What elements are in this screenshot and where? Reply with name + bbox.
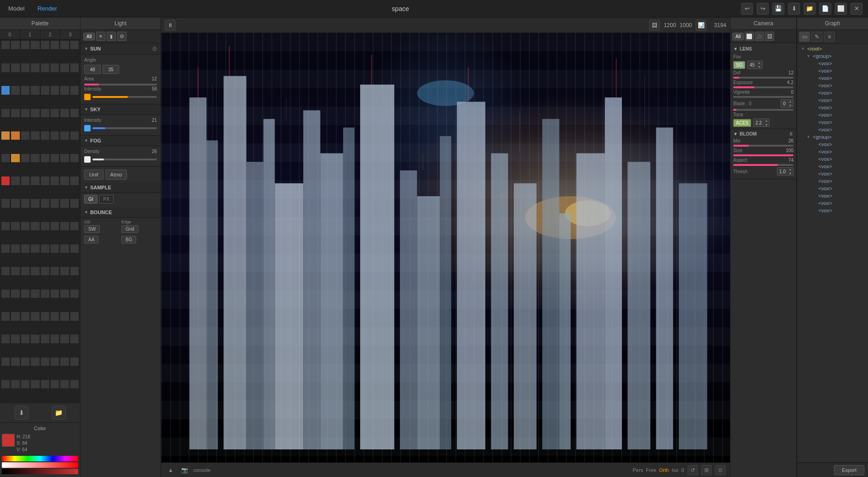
palette-cell-103[interactable]: [70, 312, 79, 321]
palette-cell-5[interactable]: [50, 40, 59, 50]
palette-cell-91[interactable]: [30, 289, 40, 298]
settings-filter-icon[interactable]: ⚙: [117, 32, 126, 41]
palette-cell-67[interactable]: [30, 221, 40, 231]
palette-cell-86[interactable]: [60, 267, 69, 276]
palette-cell-27[interactable]: [30, 108, 40, 118]
palette-cell-8[interactable]: [1, 63, 10, 72]
bottom-arrow-button[interactable]: ▲: [166, 465, 176, 475]
palette-cell-117[interactable]: [50, 357, 59, 366]
tree-vox-2-1[interactable]: <vox>: [808, 141, 868, 148]
palette-cell-84[interactable]: [40, 267, 50, 276]
bounce-sw-button[interactable]: SW: [84, 225, 100, 233]
tree-group2[interactable]: ▼ <group>: [803, 133, 868, 141]
palette-cell-120[interactable]: [1, 380, 10, 389]
redo-button[interactable]: ↪: [757, 3, 769, 15]
tree-vox-2-3[interactable]: <vox>: [808, 155, 868, 163]
fog-section-header[interactable]: ▼ FOG: [80, 136, 161, 146]
palette-cell-32[interactable]: [1, 131, 10, 140]
palette-cell-56[interactable]: [1, 199, 10, 208]
angle-input-1[interactable]: 48: [84, 65, 101, 74]
palette-cell-12[interactable]: [40, 63, 50, 72]
palette-cell-81[interactable]: [11, 267, 20, 276]
hue-bar[interactable]: [2, 456, 78, 461]
tree-vox-1-6[interactable]: <vox>: [808, 97, 868, 104]
size-slider[interactable]: [733, 154, 793, 156]
palette-cell-34[interactable]: [21, 131, 30, 140]
palette-cell-0[interactable]: [1, 40, 10, 50]
sun-filter-icon[interactable]: ☀: [96, 32, 105, 41]
reset-view-button[interactable]: ↺: [688, 465, 698, 475]
aspect-slider[interactable]: [733, 164, 793, 166]
palette-cell-7[interactable]: [70, 40, 79, 50]
palette-download-button[interactable]: ⬇: [15, 406, 29, 420]
palette-cell-79[interactable]: [70, 244, 79, 253]
palette-cell-43[interactable]: [30, 153, 40, 163]
exposure-slider[interactable]: [733, 86, 793, 88]
download-button[interactable]: ⬇: [788, 3, 800, 15]
palette-cell-90[interactable]: [21, 289, 30, 298]
palette-cell-100[interactable]: [40, 312, 50, 321]
palette-cell-82[interactable]: [21, 267, 30, 276]
palette-cell-122[interactable]: [21, 380, 30, 389]
close-button[interactable]: ✕: [851, 3, 862, 15]
color-swatch[interactable]: [2, 434, 15, 447]
graph-rect-button[interactable]: ▭: [799, 32, 810, 42]
palette-cell-72[interactable]: [1, 244, 10, 253]
palette-tab-1[interactable]: 1: [20, 30, 40, 39]
palette-cell-96[interactable]: [1, 312, 10, 321]
tree-vox-1-5[interactable]: <vox>: [808, 89, 868, 97]
palette-cell-4[interactable]: [40, 40, 50, 50]
palette-cell-68[interactable]: [40, 221, 50, 231]
palette-cell-115[interactable]: [30, 357, 40, 366]
image-icon-btn[interactable]: 🖼: [649, 20, 660, 31]
palette-cell-37[interactable]: [50, 131, 59, 140]
palette-cell-28[interactable]: [40, 108, 50, 118]
palette-cell-48[interactable]: [1, 176, 10, 185]
palette-cell-105[interactable]: [11, 334, 20, 343]
dof-slider[interactable]: [733, 77, 793, 79]
palette-cell-110[interactable]: [60, 334, 69, 343]
bloom-pause-button[interactable]: ⏸: [788, 131, 793, 136]
palette-cell-39[interactable]: [70, 131, 79, 140]
palette-cell-104[interactable]: [1, 334, 10, 343]
palette-cell-60[interactable]: [40, 199, 50, 208]
palette-cell-19[interactable]: [30, 85, 40, 95]
palette-cell-74[interactable]: [21, 244, 30, 253]
palette-cell-87[interactable]: [70, 267, 79, 276]
palette-cell-36[interactable]: [40, 131, 50, 140]
palette-cell-99[interactable]: [30, 312, 40, 321]
palette-cell-76[interactable]: [40, 244, 50, 253]
palette-cell-20[interactable]: [40, 85, 50, 95]
thresh-value-field[interactable]: 1.0 ▲ ▼: [777, 167, 793, 176]
palette-cell-33[interactable]: [11, 131, 20, 140]
palette-cell-50[interactable]: [21, 176, 30, 185]
fov-value-field[interactable]: 45 ▲ ▼: [747, 61, 762, 69]
palette-cell-46[interactable]: [60, 153, 69, 163]
intensity-slider-track[interactable]: [92, 96, 157, 98]
palette-tab-3[interactable]: 3: [60, 30, 80, 39]
tree-vox-1-1[interactable]: <vox>: [808, 60, 868, 67]
tone-up[interactable]: ▲: [764, 119, 769, 123]
palette-cell-51[interactable]: [30, 176, 40, 185]
palette-tab-2[interactable]: 2: [40, 30, 61, 39]
bounce-bg-button[interactable]: BG: [121, 236, 136, 244]
save-button[interactable]: 💾: [772, 3, 784, 15]
palette-cell-18[interactable]: [21, 85, 30, 95]
tree-vox-2-2[interactable]: <vox>: [808, 148, 868, 155]
tree-vox-1-10[interactable]: <vox>: [808, 126, 868, 133]
palette-cell-107[interactable]: [30, 334, 40, 343]
palette-cell-78[interactable]: [60, 244, 69, 253]
palette-cell-23[interactable]: [70, 85, 79, 95]
cam-cube-icon[interactable]: ⬜: [745, 32, 754, 41]
gi-button[interactable]: GI: [84, 195, 98, 204]
fov-type-button[interactable]: SG: [733, 61, 745, 69]
palette-cell-55[interactable]: [70, 176, 79, 185]
palette-cell-95[interactable]: [70, 289, 79, 298]
palette-cell-53[interactable]: [50, 176, 59, 185]
graph-pen-button[interactable]: ✎: [811, 32, 822, 42]
palette-cell-92[interactable]: [40, 289, 50, 298]
cam-video-icon[interactable]: 🎥: [755, 32, 764, 41]
tree-vox-1-3[interactable]: <vox>: [808, 74, 868, 82]
mode-free[interactable]: Free: [646, 467, 656, 473]
unif-button[interactable]: Unif: [84, 170, 103, 180]
